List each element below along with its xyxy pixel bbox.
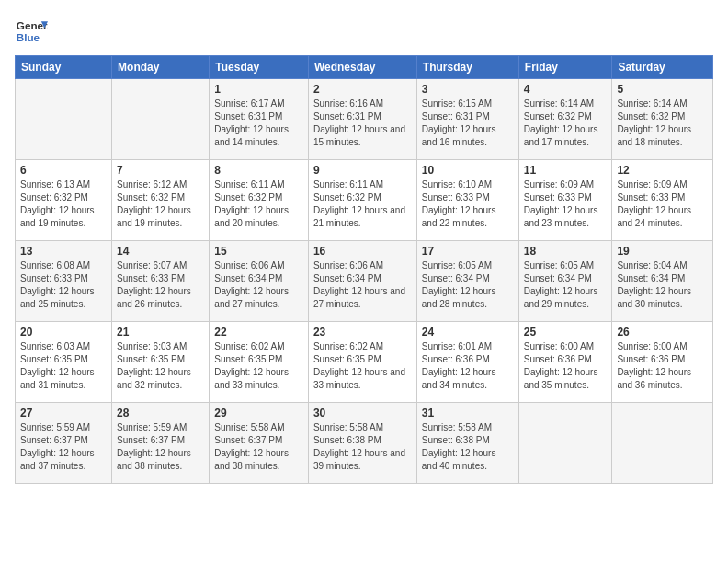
day-number: 25 <box>524 326 608 339</box>
day-info: Sunrise: 6:15 AMSunset: 6:31 PMDaylight:… <box>422 98 514 149</box>
calendar-cell: 19 Sunrise: 6:04 AMSunset: 6:34 PMDaylig… <box>612 241 713 322</box>
calendar-cell: 15 Sunrise: 6:06 AMSunset: 6:34 PMDaylig… <box>210 241 309 322</box>
calendar-week-row: 20 Sunrise: 6:03 AMSunset: 6:35 PMDaylig… <box>16 322 713 403</box>
day-info: Sunrise: 6:12 AMSunset: 6:32 PMDaylight:… <box>117 178 204 230</box>
calendar-cell: 14 Sunrise: 6:07 AMSunset: 6:33 PMDaylig… <box>112 241 210 322</box>
day-info: Sunrise: 6:11 AMSunset: 6:32 PMDaylight:… <box>313 178 412 230</box>
calendar-cell: 18 Sunrise: 6:05 AMSunset: 6:34 PMDaylig… <box>518 241 612 322</box>
calendar-cell: 27 Sunrise: 5:59 AMSunset: 6:37 PMDaylig… <box>16 403 112 484</box>
day-info: Sunrise: 5:58 AMSunset: 6:38 PMDaylight:… <box>422 421 514 473</box>
svg-text:Blue: Blue <box>17 31 40 43</box>
day-number: 16 <box>313 245 412 258</box>
day-info: Sunrise: 6:08 AMSunset: 6:33 PMDaylight:… <box>20 259 107 311</box>
calendar-cell <box>612 403 713 484</box>
day-number: 10 <box>422 164 514 177</box>
calendar-cell: 30 Sunrise: 5:58 AMSunset: 6:38 PMDaylig… <box>308 403 416 484</box>
day-number: 11 <box>524 164 608 177</box>
calendar-cell: 7 Sunrise: 6:12 AMSunset: 6:32 PMDayligh… <box>112 160 210 241</box>
day-info: Sunrise: 6:00 AMSunset: 6:36 PMDaylight:… <box>617 340 708 392</box>
day-number: 19 <box>617 245 708 258</box>
calendar-cell: 26 Sunrise: 6:00 AMSunset: 6:36 PMDaylig… <box>612 322 713 403</box>
day-number: 4 <box>524 83 608 96</box>
day-number: 9 <box>313 164 412 177</box>
day-info: Sunrise: 6:06 AMSunset: 6:34 PMDaylight:… <box>214 259 303 311</box>
day-info: Sunrise: 6:05 AMSunset: 6:34 PMDaylight:… <box>524 259 608 311</box>
logo-icon: General Blue <box>15 15 48 48</box>
day-info: Sunrise: 6:04 AMSunset: 6:34 PMDaylight:… <box>617 259 708 311</box>
calendar-cell <box>112 79 210 160</box>
calendar-week-row: 13 Sunrise: 6:08 AMSunset: 6:33 PMDaylig… <box>16 241 713 322</box>
day-number: 7 <box>117 164 204 177</box>
calendar-cell: 31 Sunrise: 5:58 AMSunset: 6:38 PMDaylig… <box>416 403 518 484</box>
day-info: Sunrise: 6:03 AMSunset: 6:35 PMDaylight:… <box>117 340 204 392</box>
calendar-cell: 17 Sunrise: 6:05 AMSunset: 6:34 PMDaylig… <box>416 241 518 322</box>
day-number: 31 <box>422 407 514 419</box>
day-number: 6 <box>20 164 107 177</box>
calendar-cell: 8 Sunrise: 6:11 AMSunset: 6:32 PMDayligh… <box>210 160 309 241</box>
day-number: 22 <box>214 326 303 339</box>
day-info: Sunrise: 6:01 AMSunset: 6:36 PMDaylight:… <box>422 340 514 392</box>
calendar-cell: 21 Sunrise: 6:03 AMSunset: 6:35 PMDaylig… <box>112 322 210 403</box>
calendar-cell: 6 Sunrise: 6:13 AMSunset: 6:32 PMDayligh… <box>16 160 112 241</box>
day-number: 5 <box>617 83 708 96</box>
calendar-header-sunday: Sunday <box>16 56 112 79</box>
calendar-week-row: 1 Sunrise: 6:17 AMSunset: 6:31 PMDayligh… <box>16 79 713 160</box>
calendar-cell: 3 Sunrise: 6:15 AMSunset: 6:31 PMDayligh… <box>416 79 518 160</box>
day-info: Sunrise: 6:10 AMSunset: 6:33 PMDaylight:… <box>422 178 514 230</box>
calendar-cell: 9 Sunrise: 6:11 AMSunset: 6:32 PMDayligh… <box>308 160 416 241</box>
day-info: Sunrise: 5:59 AMSunset: 6:37 PMDaylight:… <box>20 421 107 473</box>
day-number: 20 <box>20 326 107 339</box>
day-number: 3 <box>422 83 514 96</box>
calendar-cell: 20 Sunrise: 6:03 AMSunset: 6:35 PMDaylig… <box>16 322 112 403</box>
calendar-cell: 13 Sunrise: 6:08 AMSunset: 6:33 PMDaylig… <box>16 241 112 322</box>
day-number: 28 <box>117 407 204 419</box>
day-number: 24 <box>422 326 514 339</box>
svg-text:General: General <box>17 19 48 31</box>
day-info: Sunrise: 6:05 AMSunset: 6:34 PMDaylight:… <box>422 259 514 311</box>
calendar-week-row: 27 Sunrise: 5:59 AMSunset: 6:37 PMDaylig… <box>16 403 713 484</box>
calendar-cell: 1 Sunrise: 6:17 AMSunset: 6:31 PMDayligh… <box>210 79 309 160</box>
day-number: 29 <box>214 407 303 419</box>
day-info: Sunrise: 6:14 AMSunset: 6:32 PMDaylight:… <box>524 98 608 149</box>
calendar-cell: 22 Sunrise: 6:02 AMSunset: 6:35 PMDaylig… <box>210 322 309 403</box>
day-info: Sunrise: 6:09 AMSunset: 6:33 PMDaylight:… <box>524 178 608 230</box>
calendar-header-tuesday: Tuesday <box>210 56 309 79</box>
day-number: 15 <box>214 245 303 258</box>
calendar-header-thursday: Thursday <box>416 56 518 79</box>
day-info: Sunrise: 6:00 AMSunset: 6:36 PMDaylight:… <box>524 340 608 392</box>
day-info: Sunrise: 6:13 AMSunset: 6:32 PMDaylight:… <box>20 178 107 230</box>
day-info: Sunrise: 5:58 AMSunset: 6:38 PMDaylight:… <box>313 421 412 473</box>
calendar-table: SundayMondayTuesdayWednesdayThursdayFrid… <box>15 55 713 484</box>
day-number: 14 <box>117 245 204 258</box>
calendar-cell: 25 Sunrise: 6:00 AMSunset: 6:36 PMDaylig… <box>518 322 612 403</box>
day-number: 30 <box>313 407 412 419</box>
calendar-cell <box>16 79 112 160</box>
day-number: 23 <box>313 326 412 339</box>
calendar-cell: 28 Sunrise: 5:59 AMSunset: 6:37 PMDaylig… <box>112 403 210 484</box>
day-info: Sunrise: 6:11 AMSunset: 6:32 PMDaylight:… <box>214 178 303 230</box>
calendar-cell: 16 Sunrise: 6:06 AMSunset: 6:34 PMDaylig… <box>308 241 416 322</box>
day-info: Sunrise: 6:06 AMSunset: 6:34 PMDaylight:… <box>313 259 412 311</box>
day-number: 17 <box>422 245 514 258</box>
day-number: 8 <box>214 164 303 177</box>
logo: General Blue <box>15 15 48 48</box>
day-info: Sunrise: 6:02 AMSunset: 6:35 PMDaylight:… <box>214 340 303 392</box>
day-number: 1 <box>214 83 303 96</box>
calendar-cell: 5 Sunrise: 6:14 AMSunset: 6:32 PMDayligh… <box>612 79 713 160</box>
calendar-header-monday: Monday <box>112 56 210 79</box>
day-info: Sunrise: 6:02 AMSunset: 6:35 PMDaylight:… <box>313 340 412 392</box>
calendar-cell: 2 Sunrise: 6:16 AMSunset: 6:31 PMDayligh… <box>308 79 416 160</box>
calendar-header-friday: Friday <box>518 56 612 79</box>
day-number: 13 <box>20 245 107 258</box>
calendar-cell: 10 Sunrise: 6:10 AMSunset: 6:33 PMDaylig… <box>416 160 518 241</box>
day-info: Sunrise: 6:14 AMSunset: 6:32 PMDaylight:… <box>617 98 708 149</box>
calendar-cell <box>518 403 612 484</box>
calendar-cell: 23 Sunrise: 6:02 AMSunset: 6:35 PMDaylig… <box>308 322 416 403</box>
calendar-week-row: 6 Sunrise: 6:13 AMSunset: 6:32 PMDayligh… <box>16 160 713 241</box>
day-info: Sunrise: 6:07 AMSunset: 6:33 PMDaylight:… <box>117 259 204 311</box>
calendar-cell: 12 Sunrise: 6:09 AMSunset: 6:33 PMDaylig… <box>612 160 713 241</box>
day-info: Sunrise: 6:09 AMSunset: 6:33 PMDaylight:… <box>617 178 708 230</box>
calendar-header-wednesday: Wednesday <box>308 56 416 79</box>
day-number: 27 <box>20 407 107 419</box>
day-number: 12 <box>617 164 708 177</box>
